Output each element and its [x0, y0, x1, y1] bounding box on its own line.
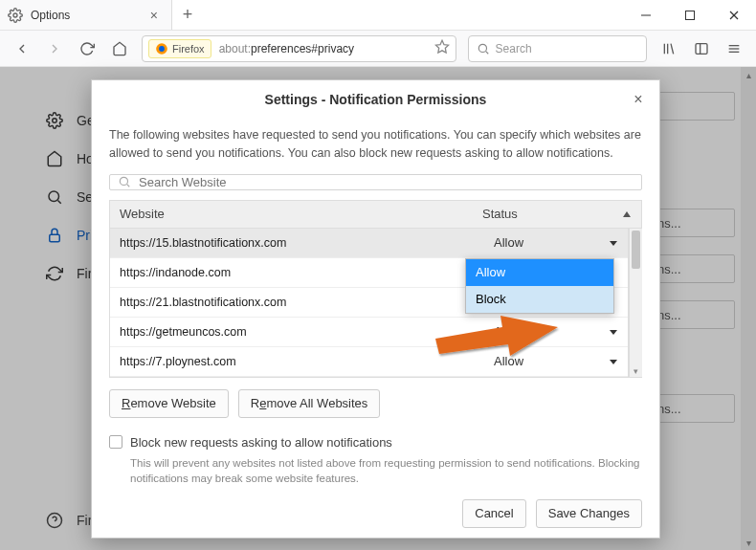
content-area: Ge Ho Se Priv Fire Fire ns... ns... ns..…: [0, 67, 756, 550]
cell-website: https://21.blastnotificationx.com: [110, 296, 484, 309]
dialog-close-button[interactable]: ×: [629, 90, 648, 109]
table-header: Website Status: [109, 200, 642, 229]
svg-rect-2: [686, 11, 695, 19]
svg-point-6: [159, 46, 165, 52]
forward-button[interactable]: [40, 34, 69, 63]
svg-point-8: [478, 44, 486, 52]
search-icon: [118, 175, 131, 188]
remove-all-websites-button[interactable]: Remove All Websites: [238, 389, 381, 418]
search-placeholder: Search: [496, 42, 532, 55]
checkbox-description: This will prevent any websites not liste…: [130, 455, 642, 486]
cell-website: https://7.ploynest.com: [110, 355, 484, 368]
svg-marker-29: [610, 360, 617, 364]
notification-permissions-dialog: Settings - Notification Permissions × Th…: [91, 79, 660, 539]
status-dropdown-menu: Allow Block: [465, 258, 614, 314]
menu-button[interactable]: [720, 34, 748, 63]
save-changes-button[interactable]: Save Changes: [536, 499, 642, 528]
svg-marker-28: [610, 330, 617, 335]
url-bar[interactable]: Firefox about:preferences#privacy: [142, 35, 456, 62]
svg-line-12: [671, 43, 674, 54]
dialog-title: Settings - Notification Permissions: [105, 92, 646, 107]
tab-title: Options: [31, 9, 146, 22]
search-field[interactable]: [139, 175, 634, 189]
svg-marker-27: [610, 241, 617, 246]
scroll-thumb[interactable]: [632, 231, 640, 269]
dropdown-option-block[interactable]: Block: [466, 286, 613, 313]
table-row[interactable]: https://7.ploynest.com Allow: [110, 347, 628, 377]
permissions-table: Website Status https://15.blastnotificat…: [109, 200, 642, 378]
minimize-button[interactable]: [624, 0, 668, 30]
home-button[interactable]: [105, 34, 134, 63]
column-status[interactable]: Status: [473, 207, 641, 221]
website-search-input[interactable]: [109, 174, 642, 190]
svg-rect-13: [696, 43, 707, 54]
library-button[interactable]: [655, 34, 683, 63]
sort-up-icon: [622, 209, 632, 219]
chevron-down-icon: [609, 238, 618, 248]
dropdown-option-allow[interactable]: Allow: [466, 259, 613, 286]
maximize-button[interactable]: [668, 0, 712, 30]
block-requests-checkbox[interactable]: Block new requests asking to allow notif…: [109, 435, 642, 450]
chevron-down-icon: [609, 327, 618, 337]
checkbox-label: Block new requests asking to allow notif…: [130, 435, 392, 450]
sidebar-button[interactable]: [687, 34, 716, 63]
bookmark-star-icon[interactable]: [434, 39, 450, 58]
svg-point-24: [120, 177, 127, 185]
table-row[interactable]: https://getmeuncos.com Allow: [110, 318, 628, 347]
table-scrollbar[interactable]: ▴ ▾: [629, 229, 642, 377]
search-bar[interactable]: Search: [468, 35, 647, 62]
browser-tab[interactable]: Options ×: [0, 0, 172, 30]
titlebar: Options × +: [0, 0, 756, 31]
cell-website: https://getmeuncos.com: [110, 325, 484, 339]
table-body: https://15.blastnotificationx.com Allow …: [109, 229, 629, 377]
svg-marker-7: [435, 40, 448, 53]
scroll-down-icon[interactable]: ▾: [630, 365, 642, 377]
status-dropdown[interactable]: Allow: [484, 235, 628, 250]
cancel-button[interactable]: Cancel: [462, 499, 525, 528]
window-controls: [624, 0, 756, 30]
firefox-icon: [155, 42, 168, 55]
status-dropdown[interactable]: Allow: [484, 324, 628, 339]
svg-line-9: [485, 51, 488, 54]
toolbar: Firefox about:preferences#privacy Search: [0, 31, 756, 67]
back-button[interactable]: [8, 34, 36, 63]
svg-marker-26: [623, 211, 631, 217]
cell-website: https://15.blastnotificationx.com: [110, 236, 484, 250]
gear-icon: [8, 8, 23, 23]
url-text: about:preferences#privacy: [219, 42, 434, 55]
column-website[interactable]: Website: [110, 207, 473, 221]
new-tab-button[interactable]: +: [172, 0, 203, 30]
status-dropdown[interactable]: Allow: [484, 354, 628, 368]
reload-button[interactable]: [73, 34, 101, 63]
dialog-description: The following websites have requested to…: [92, 117, 659, 174]
identity-badge[interactable]: Firefox: [148, 39, 211, 58]
checkbox-icon[interactable]: [109, 435, 122, 449]
svg-point-0: [13, 13, 17, 17]
remove-website-button[interactable]: Remove Website: [109, 389, 229, 418]
cell-website: https://indanode.com: [110, 266, 484, 279]
close-tab-icon[interactable]: ×: [146, 8, 162, 23]
table-row[interactable]: https://15.blastnotificationx.com Allow: [110, 229, 628, 258]
search-icon: [477, 42, 490, 55]
close-window-button[interactable]: [712, 0, 756, 30]
identity-label: Firefox: [172, 43, 205, 55]
chevron-down-icon: [609, 357, 618, 366]
svg-line-25: [127, 185, 130, 187]
